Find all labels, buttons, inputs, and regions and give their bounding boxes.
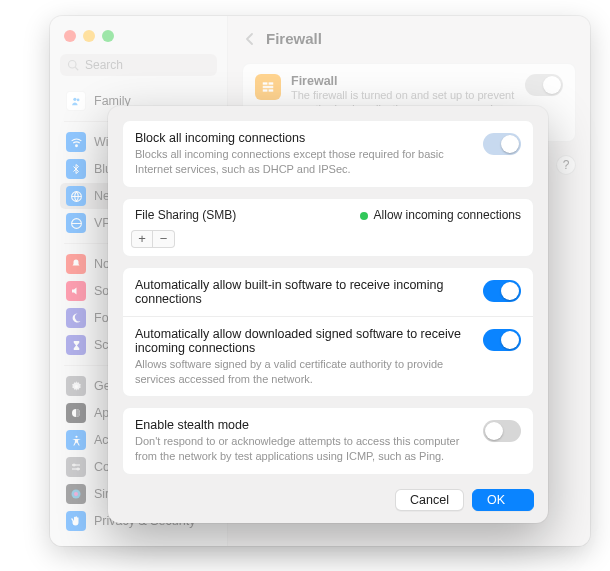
allow-builtin-toggle[interactable]: [483, 280, 521, 302]
allow-signed-title: Automatically allow downloaded signed so…: [135, 327, 473, 355]
firewall-icon: [255, 74, 281, 100]
svg-point-11: [77, 468, 79, 470]
allow-signed-desc: Allows software signed by a valid certif…: [135, 357, 473, 387]
app-status-label: Allow incoming connections: [374, 208, 521, 222]
block-all-toggle[interactable]: [483, 133, 521, 155]
apps-card: File Sharing (SMB) Allow incoming connec…: [122, 198, 534, 257]
accessibility-icon: [66, 430, 86, 450]
hourglass-icon: [66, 335, 86, 355]
allow-signed-toggle[interactable]: [483, 329, 521, 351]
svg-rect-15: [269, 82, 274, 84]
stealth-title: Enable stealth mode: [135, 418, 473, 432]
network-icon: [66, 186, 86, 206]
stealth-card: Enable stealth mode Don't respond to or …: [122, 407, 534, 475]
appearance-icon: [66, 403, 86, 423]
allow-builtin-title: Automatically allow built-in software to…: [135, 278, 473, 306]
allow-card: Automatically allow built-in software to…: [122, 267, 534, 398]
svg-rect-18: [269, 89, 274, 91]
search-input[interactable]: Search: [60, 54, 217, 76]
svg-point-0: [69, 61, 77, 69]
stealth-desc: Don't respond to or acknowledge attempts…: [135, 434, 473, 464]
status-dot-icon: [360, 212, 368, 220]
close-window-button[interactable]: [64, 30, 76, 42]
svg-rect-16: [263, 86, 274, 88]
zoom-window-button[interactable]: [102, 30, 114, 42]
remove-app-button[interactable]: −: [153, 230, 175, 248]
svg-point-9: [75, 435, 77, 437]
search-icon: [67, 59, 79, 71]
back-icon[interactable]: [242, 31, 258, 47]
detail-header: Firewall: [228, 16, 590, 57]
window-controls: [60, 26, 217, 52]
stealth-toggle[interactable]: [483, 420, 521, 442]
minimize-window-button[interactable]: [83, 30, 95, 42]
gear-icon: [66, 376, 86, 396]
app-status: Allow incoming connections: [360, 208, 521, 222]
focus-icon: [66, 308, 86, 328]
firewall-options-sheet: Block all incoming connections Blocks al…: [108, 106, 548, 523]
control-center-icon: [66, 457, 86, 477]
cancel-button[interactable]: Cancel: [395, 489, 464, 511]
firewall-master-toggle[interactable]: [525, 74, 563, 96]
app-name: File Sharing (SMB): [135, 208, 236, 222]
help-button[interactable]: ?: [556, 155, 576, 175]
sound-icon: [66, 281, 86, 301]
siri-icon: [66, 484, 86, 504]
block-all-desc: Blocks all incoming connections except t…: [135, 147, 473, 177]
bell-icon: [66, 254, 86, 274]
dialog-footer: Cancel OK: [122, 485, 534, 511]
svg-point-13: [74, 492, 78, 496]
vpn-icon: [66, 213, 86, 233]
svg-point-2: [73, 97, 76, 100]
svg-rect-14: [263, 82, 268, 84]
add-app-button[interactable]: +: [131, 230, 153, 248]
svg-point-10: [73, 464, 75, 466]
svg-point-3: [76, 98, 79, 101]
svg-rect-17: [263, 89, 268, 91]
block-all-title: Block all incoming connections: [135, 131, 473, 145]
hand-icon: [66, 511, 86, 531]
wifi-icon: [66, 132, 86, 152]
svg-line-1: [75, 67, 78, 70]
bluetooth-icon: [66, 159, 86, 179]
family-icon: [66, 91, 86, 111]
firewall-title: Firewall: [291, 74, 515, 88]
block-all-card: Block all incoming connections Blocks al…: [122, 120, 534, 188]
svg-point-4: [75, 144, 77, 146]
search-placeholder: Search: [85, 58, 123, 72]
page-title: Firewall: [266, 30, 322, 47]
ok-button[interactable]: OK: [472, 489, 534, 511]
